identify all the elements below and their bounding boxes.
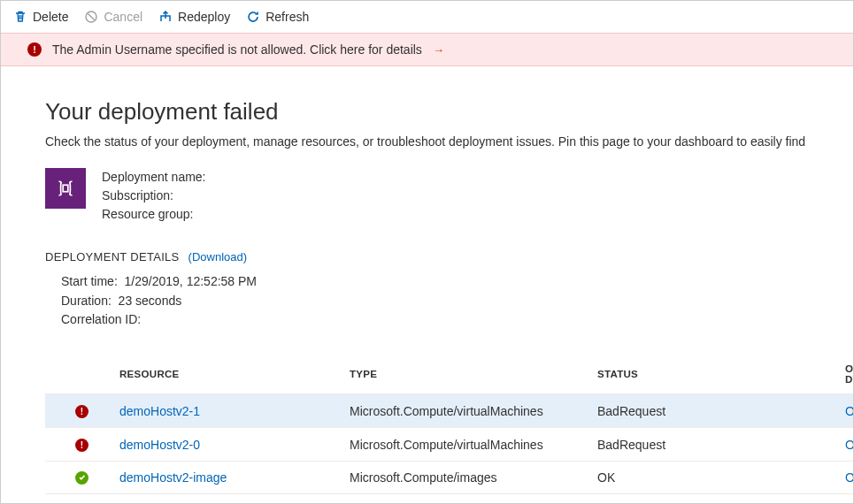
refresh-icon <box>246 10 260 24</box>
table-row[interactable]: ! demoHostv2-0 Microsoft.Compute/virtual… <box>45 428 853 462</box>
summary-labels: Deployment name: Subscription: Resource … <box>102 168 206 224</box>
toolbar: Delete Cancel Redeploy Refresh <box>1 1 853 33</box>
details-header-label: DEPLOYMENT DETAILS <box>45 250 180 263</box>
cancel-icon <box>84 10 98 24</box>
download-link[interactable]: (Download) <box>188 250 247 263</box>
duration-value: 23 seconds <box>119 294 182 308</box>
error-icon: ! <box>27 42 42 57</box>
alert-message: The Admin Username specified is not allo… <box>52 42 422 57</box>
error-alert[interactable]: ! The Admin Username specified is not al… <box>1 33 853 66</box>
redeploy-label: Redeploy <box>178 10 230 24</box>
delete-button[interactable]: Delete <box>13 10 68 24</box>
col-resource: RESOURCE <box>119 369 350 379</box>
status-error-icon: ! <box>75 405 88 418</box>
main-content: Your deployment failed Check the status … <box>1 66 853 494</box>
redeploy-button[interactable]: Redeploy <box>158 10 230 24</box>
cancel-label: Cancel <box>104 10 142 24</box>
operation-link[interactable]: Operation d <box>845 470 854 485</box>
refresh-label: Refresh <box>265 10 309 24</box>
status-cell: BadRequest <box>597 404 845 418</box>
type-cell: Microsoft.Compute/images <box>350 470 597 485</box>
resource-link[interactable]: demoHostv2-0 <box>119 438 350 452</box>
operation-link[interactable]: Operation d <box>845 438 854 452</box>
deployment-table: RESOURCE TYPE STATUS OPERATION D ! demoH… <box>45 356 853 494</box>
details-section-header: DEPLOYMENT DETAILS (Download) <box>45 250 853 263</box>
duration-label: Duration: <box>61 294 112 308</box>
details-block: Start time: 1/29/2019, 12:52:58 PM Durat… <box>45 272 853 330</box>
svg-rect-1 <box>63 185 68 192</box>
page-title: Your deployment failed <box>45 98 853 126</box>
resource-group-label: Resource group: <box>102 205 206 224</box>
page-subtitle: Check the status of your deployment, man… <box>45 134 853 149</box>
status-ok-icon <box>75 471 88 485</box>
type-cell: Microsoft.Compute/virtualMachines <box>350 438 597 452</box>
status-error-icon: ! <box>75 439 88 452</box>
start-time-label: Start time: <box>61 274 118 288</box>
arrow-right-icon: → <box>433 43 444 57</box>
table-row[interactable]: demoHostv2-image Microsoft.Compute/image… <box>45 462 853 494</box>
correlation-label: Correlation ID: <box>61 312 141 326</box>
col-operation: OPERATION D <box>845 363 854 385</box>
table-header: RESOURCE TYPE STATUS OPERATION D <box>45 356 853 394</box>
start-time-value: 1/29/2019, 12:52:58 PM <box>125 274 257 288</box>
status-cell: BadRequest <box>597 438 845 452</box>
status-cell: OK <box>597 470 845 485</box>
table-row[interactable]: ! demoHostv2-1 Microsoft.Compute/virtual… <box>45 394 853 428</box>
type-cell: Microsoft.Compute/virtualMachines <box>350 404 597 418</box>
cancel-button: Cancel <box>84 10 142 24</box>
refresh-button[interactable]: Refresh <box>246 10 309 24</box>
resource-link[interactable]: demoHostv2-image <box>119 470 350 485</box>
deployment-icon <box>45 168 86 209</box>
deployment-summary: Deployment name: Subscription: Resource … <box>45 168 853 224</box>
redeploy-icon <box>158 10 173 24</box>
trash-icon <box>13 10 27 24</box>
deployment-name-label: Deployment name: <box>102 168 206 187</box>
subscription-label: Subscription: <box>102 187 206 205</box>
operation-link[interactable]: Operation d <box>845 404 854 418</box>
resource-link[interactable]: demoHostv2-1 <box>119 404 350 418</box>
col-type: TYPE <box>350 369 597 379</box>
col-status: STATUS <box>597 369 845 379</box>
delete-label: Delete <box>33 10 68 24</box>
